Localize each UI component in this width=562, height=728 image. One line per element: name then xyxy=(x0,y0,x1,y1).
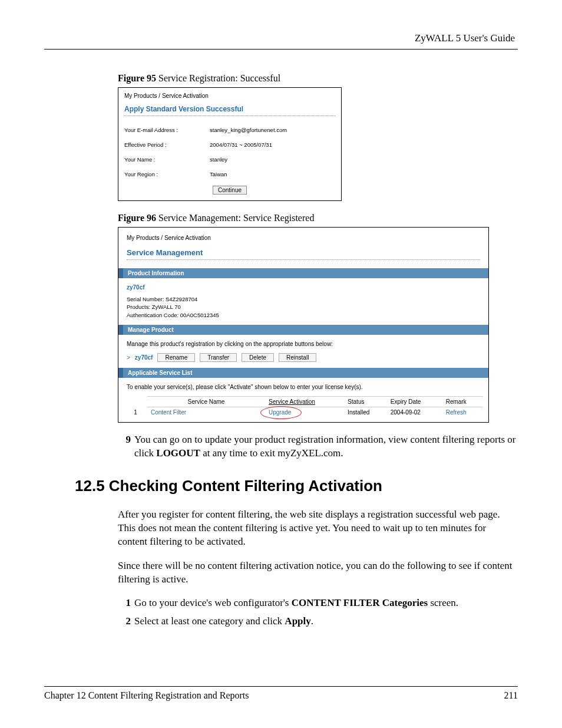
fig96-breadcrumb: My Products / Service Activation xyxy=(127,235,480,241)
footer-rule xyxy=(44,686,518,687)
email-value: stanley_king@gfortunenet.com xyxy=(210,127,287,133)
service-list-bar: Applicable Service List xyxy=(118,368,488,378)
bar-accent xyxy=(118,325,123,335)
service-name-link[interactable]: Content Filter xyxy=(147,407,265,417)
step-2-text: Select at least one category and click A… xyxy=(134,615,313,628)
fig95-row-period: Effective Period : 2004/07/31 ~ 2005/07/… xyxy=(124,141,335,148)
figure-95-panel: My Products / Service Activation Apply S… xyxy=(118,87,342,201)
th-service-name: Service Name xyxy=(147,396,265,407)
s2-before: Select at least one category and click xyxy=(134,615,285,627)
name-value: stanley xyxy=(210,156,227,163)
figure-96-title: Service Management: Service Registered xyxy=(156,213,314,223)
fig95-row-name: Your Name : stanley xyxy=(124,156,335,163)
fig96-divider xyxy=(127,259,480,260)
step-1-number: 1 xyxy=(118,597,131,610)
s1-before: Go to your device's web configurator's xyxy=(134,597,292,608)
header-guide-title: ZyWALL 5 User's Guide xyxy=(44,32,518,44)
s1-bold: CONTENT FILTER Categories xyxy=(292,597,428,608)
page-footer: Chapter 12 Content Filtering Registratio… xyxy=(44,686,518,701)
fig96-title: Service Management xyxy=(127,248,480,257)
service-list-label: Applicable Service List xyxy=(123,368,197,378)
s2-after: . xyxy=(311,615,313,627)
period-value: 2004/07/31 ~ 2005/07/31 xyxy=(210,141,272,148)
product-info-label: Product Information xyxy=(123,268,189,278)
figure-95-label: Figure 95 xyxy=(118,73,156,83)
service-table: Service Name Service Activation Status E… xyxy=(124,396,483,417)
expiry-value: 2004-09-02 xyxy=(387,407,442,417)
refresh-link[interactable]: Refresh xyxy=(442,407,483,417)
th-expiry: Expiry Date xyxy=(387,396,442,407)
fig95-title: Apply Standard Version Successful xyxy=(124,105,335,113)
product-info-body: zy70cf Serial Number: S4Z2928704 Product… xyxy=(118,284,488,325)
auth-code: Authentication Code: 00A0C5012345 xyxy=(127,311,480,319)
status-value: Installed xyxy=(344,407,387,417)
bar-accent xyxy=(118,268,123,278)
upgrade-link[interactable]: Upgrade xyxy=(269,409,291,416)
step-2: 2 Select at least one category and click… xyxy=(118,615,518,628)
manage-product-bar: Manage Product xyxy=(118,325,488,335)
s1-after: screen. xyxy=(428,597,458,608)
section-paragraph-2: Since there will be no content filtering… xyxy=(118,559,518,587)
table-header-row: Service Name Service Activation Status E… xyxy=(124,396,483,407)
header-rule xyxy=(44,49,518,50)
fig95-divider xyxy=(124,116,335,116)
product-name: zy70cf xyxy=(127,284,480,291)
step-9-number: 9 xyxy=(118,433,131,460)
step-9: 9 You can go on to update your product r… xyxy=(118,433,518,460)
figure-96-caption: Figure 96 Service Management: Service Re… xyxy=(118,213,518,223)
table-row: 1 Content Filter Upgrade Installed 2004-… xyxy=(124,407,483,417)
product-info-bar: Product Information xyxy=(118,268,488,278)
step-1: 1 Go to your device's web configurator's… xyxy=(118,597,518,610)
figure-96-label: Figure 96 xyxy=(118,213,156,223)
th-activation: Service Activation xyxy=(265,396,344,407)
th-status: Status xyxy=(344,396,387,407)
bar-accent xyxy=(118,368,123,378)
manage-intro: Manage this product's registration by cl… xyxy=(127,341,480,347)
section-heading: 12.5 Checking Content Filtering Activati… xyxy=(75,477,518,495)
logout-bold: LOGOUT xyxy=(156,447,200,459)
footer-page-number: 211 xyxy=(504,690,518,701)
section-paragraph-1: After you register for content filtering… xyxy=(118,508,518,549)
step-1-text: Go to your device's web configurator's C… xyxy=(134,597,458,610)
step-2-number: 2 xyxy=(118,615,131,628)
s2-bold: Apply xyxy=(285,615,310,627)
figure-96-panel: My Products / Service Activation Service… xyxy=(118,227,489,423)
manage-product-name: zy70cf xyxy=(135,354,153,361)
continue-button[interactable]: Continue xyxy=(213,186,247,195)
manage-product-label: Manage Product xyxy=(123,325,178,335)
upgrade-text: Upgrade xyxy=(269,409,291,416)
step9-after: at any time to exit myZyXEL.com. xyxy=(200,447,343,459)
region-value: Taiwan xyxy=(210,171,227,177)
products-line: Products: ZyWALL 70 xyxy=(127,303,480,311)
footer-chapter: Chapter 12 Content Filtering Registratio… xyxy=(44,690,249,701)
step-9-text: You can go on to update your product reg… xyxy=(134,433,518,460)
fig95-row-region: Your Region : Taiwan xyxy=(124,171,335,177)
figure-95-title: Service Registration: Successful xyxy=(156,73,280,83)
email-label: Your E-mail Address : xyxy=(124,127,210,133)
transfer-button[interactable]: Transfer xyxy=(200,353,237,362)
figure-95-caption: Figure 95 Service Registration: Successf… xyxy=(118,73,518,84)
manage-product-body: Manage this product's registration by cl… xyxy=(118,341,488,368)
fig95-row-email: Your E-mail Address : stanley_king@gfort… xyxy=(124,127,335,133)
delete-button[interactable]: Delete xyxy=(242,353,274,362)
reinstall-button[interactable]: Reinstall xyxy=(279,353,316,362)
region-label: Your Region : xyxy=(124,171,210,177)
fig95-breadcrumb: My Products / Service Activation xyxy=(124,93,335,99)
th-remark: Remark xyxy=(442,396,483,407)
service-intro: To enable your service(s), please click … xyxy=(118,384,488,396)
rename-button[interactable]: Rename xyxy=(157,353,195,362)
period-label: Effective Period : xyxy=(124,141,210,148)
row-index: 1 xyxy=(124,407,147,417)
serial-number: Serial Number: S4Z2928704 xyxy=(127,295,480,303)
arrow-icon: > xyxy=(127,354,130,361)
name-label: Your Name : xyxy=(124,156,210,163)
